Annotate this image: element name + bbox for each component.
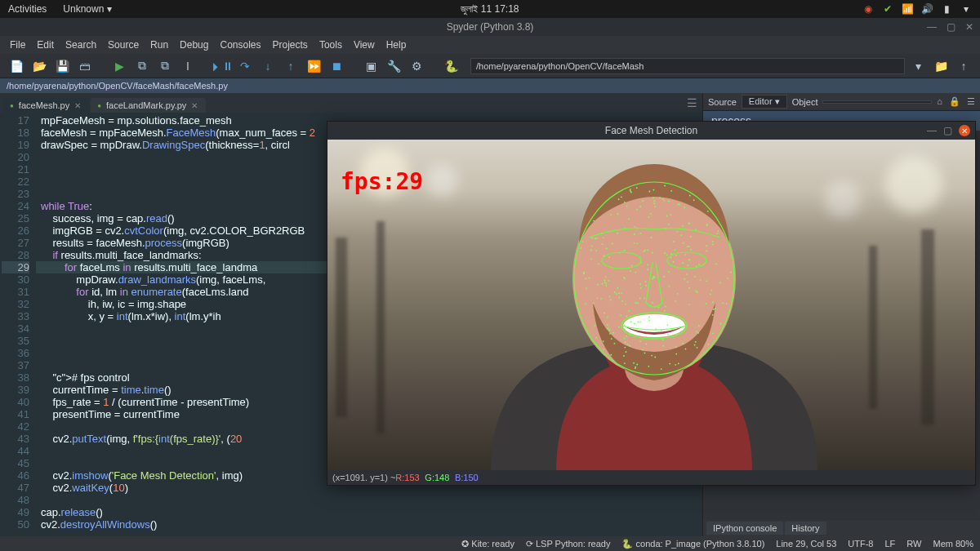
svg-point-157 — [590, 250, 592, 251]
opencv-window[interactable]: Face Mesh Detection — ▢ ✕ — [327, 121, 976, 486]
battery-icon[interactable]: ▮ — [941, 3, 952, 15]
cv-minimize-button[interactable]: — — [927, 125, 937, 136]
debug-button[interactable]: ⏵⏸ — [212, 56, 232, 76]
svg-point-72 — [637, 322, 639, 323]
svg-point-133 — [682, 262, 684, 264]
run-cell-advance-button[interactable]: ⧉ — [155, 56, 175, 76]
working-directory-input[interactable]: /home/pyarena/python/OpenCV/faceMash — [470, 58, 905, 74]
step-into-button[interactable]: ↓ — [258, 56, 278, 76]
close-tab-icon[interactable]: ✕ — [74, 101, 81, 110]
kite-status[interactable]: ✪ Kite: ready — [461, 539, 514, 549]
svg-point-104 — [668, 271, 670, 273]
run-button[interactable]: ▶ — [109, 56, 129, 76]
open-file-button[interactable]: 📂 — [29, 56, 49, 76]
max-pane-button[interactable]: ▣ — [361, 56, 381, 76]
svg-point-259 — [677, 293, 679, 295]
svg-point-17 — [675, 255, 677, 256]
right-tab-history[interactable]: History — [785, 522, 826, 535]
svg-point-155 — [668, 224, 670, 225]
opencv-title-bar[interactable]: Face Mesh Detection — ▢ ✕ — [327, 122, 975, 140]
lock-icon[interactable]: 🔒 — [949, 96, 960, 107]
app-menu[interactable]: Unknown ▾ — [63, 3, 111, 15]
parent-dir-button[interactable]: ↑ — [954, 56, 973, 76]
tab-faceLandMark-py-py[interactable]: ●faceLandMark.py.py✕ — [91, 98, 206, 113]
svg-point-210 — [715, 264, 717, 265]
svg-point-151 — [626, 335, 627, 337]
svg-point-10 — [593, 303, 595, 304]
right-tab-ipython-console[interactable]: IPython console — [706, 522, 783, 535]
new-file-button[interactable]: 📄 — [7, 56, 26, 76]
clock[interactable]: জুলাই 11 17:18 — [461, 3, 519, 15]
svg-point-42 — [706, 303, 707, 304]
breadcrumb[interactable]: /home/pyarena/python/OpenCV/faceMash/fac… — [0, 78, 980, 93]
python-path-button[interactable]: ⚙ — [407, 56, 426, 76]
encoding-status[interactable]: UTF-8 — [848, 539, 873, 549]
run-selection-button[interactable]: I — [178, 56, 198, 76]
wifi-icon[interactable]: 📶 — [902, 3, 913, 15]
svg-point-39 — [696, 265, 697, 267]
svg-point-214 — [607, 317, 608, 318]
maximize-button[interactable]: ▢ — [947, 21, 956, 33]
svg-point-37 — [605, 276, 607, 278]
svg-point-261 — [625, 342, 626, 344]
svg-point-44 — [591, 245, 593, 247]
close-button[interactable]: ✕ — [965, 21, 973, 33]
menu-consoles[interactable]: Consoles — [215, 38, 265, 52]
stop-button[interactable]: ⏹ — [327, 56, 346, 76]
save-all-button[interactable]: 🗃 — [75, 56, 95, 76]
conda-env-status[interactable]: 🐍 conda: P_image (Python 3.8.10) — [621, 539, 764, 549]
step-over-button[interactable]: ↷ — [235, 56, 255, 76]
lsp-status[interactable]: ⟳ LSP Python: ready — [526, 539, 611, 549]
svg-point-236 — [675, 300, 676, 302]
menu-file[interactable]: File — [5, 38, 30, 52]
svg-point-201 — [630, 192, 632, 193]
menu-projects[interactable]: Projects — [268, 38, 313, 52]
save-button[interactable]: 💾 — [52, 56, 72, 76]
svg-point-13 — [651, 237, 653, 238]
cv-maximize-button[interactable]: ▢ — [943, 125, 952, 136]
browse-dir-button[interactable]: 📁 — [931, 56, 951, 76]
tab-faceMesh-py[interactable]: ●faceMesh.py✕ — [3, 98, 89, 113]
preferences-button[interactable]: 🔧 — [384, 56, 403, 76]
status-ok-icon[interactable]: ✔ — [882, 3, 893, 15]
menu-tools[interactable]: Tools — [314, 38, 347, 52]
cv-close-button[interactable]: ✕ — [959, 125, 970, 136]
os-top-bar: Activities Unknown ▾ জুলাই 11 17:18 ◉ ✔ … — [0, 0, 980, 18]
svg-point-164 — [697, 347, 698, 349]
svg-point-24 — [593, 220, 595, 222]
svg-point-43 — [711, 290, 713, 291]
activities-button[interactable]: Activities — [8, 3, 47, 15]
svg-point-86 — [605, 285, 607, 287]
chrome-tray-icon[interactable]: ◉ — [862, 3, 874, 15]
run-cell-button[interactable]: ⧉ — [132, 56, 152, 76]
wd-dropdown-button[interactable]: ▾ — [908, 56, 928, 76]
svg-point-241 — [648, 250, 649, 251]
menu-run[interactable]: Run — [145, 38, 173, 52]
continue-button[interactable]: ⏩ — [304, 56, 323, 76]
svg-point-63 — [630, 189, 631, 190]
cursor-position: Line 29, Col 53 — [776, 539, 836, 549]
svg-point-105 — [697, 291, 698, 293]
menu-edit[interactable]: Edit — [32, 38, 59, 52]
object-combo[interactable] — [822, 100, 932, 104]
eol-status[interactable]: LF — [884, 539, 895, 549]
menu-view[interactable]: View — [349, 38, 380, 52]
system-menu-icon[interactable]: ▾ — [960, 3, 972, 15]
editor-options-icon[interactable]: ☰ — [687, 96, 697, 109]
svg-point-130 — [626, 351, 627, 353]
step-out-button[interactable]: ↑ — [281, 56, 301, 76]
svg-point-245 — [675, 364, 676, 366]
window-title-bar: Spyder (Python 3.8) — ▢ ✕ — [0, 18, 980, 36]
svg-point-34 — [645, 285, 647, 287]
minimize-button[interactable]: — — [927, 21, 937, 33]
menu-help[interactable]: Help — [381, 38, 412, 52]
menu-search[interactable]: Search — [60, 38, 101, 52]
svg-point-247 — [647, 269, 648, 270]
source-combo[interactable]: Editor ▾ — [742, 95, 787, 109]
panel-options-icon[interactable]: ☰ — [967, 96, 975, 107]
menu-source[interactable]: Source — [103, 38, 144, 52]
volume-icon[interactable]: 🔊 — [921, 3, 933, 15]
home-icon[interactable]: ⌂ — [937, 96, 942, 107]
close-tab-icon[interactable]: ✕ — [191, 101, 198, 110]
menu-debug[interactable]: Debug — [175, 38, 213, 52]
